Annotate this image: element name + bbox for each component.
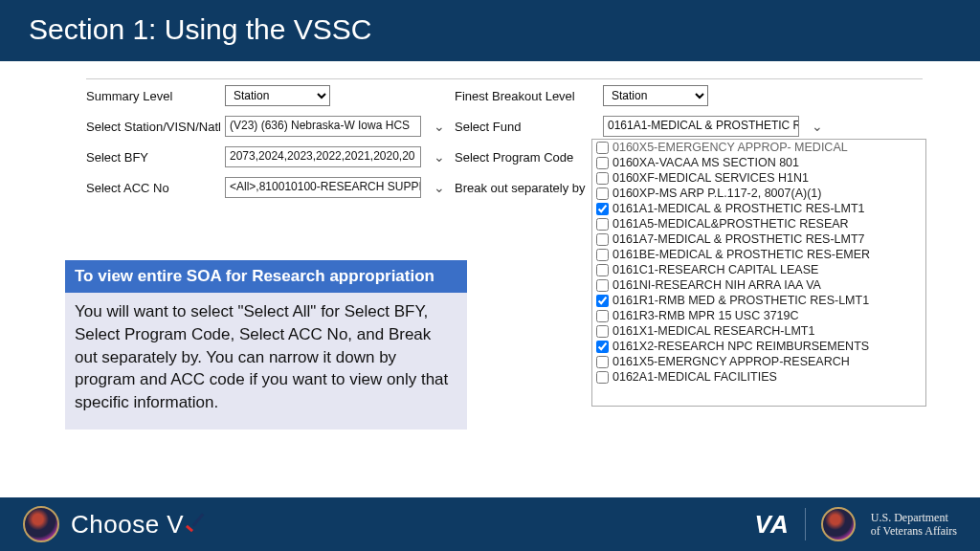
label-select-station: Select Station/VISN/Natl <box>86 120 225 134</box>
list-item[interactable]: 0161BE-MEDICAL & PROSTHETIC RES-EMER <box>592 247 925 262</box>
select-summary-level[interactable]: Station <box>225 85 330 106</box>
va-wordmark: VA <box>755 510 790 540</box>
list-item[interactable]: 0161X5-EMERGNCY APPROP-RESEARCH <box>592 354 925 369</box>
fund-checkbox[interactable] <box>596 371 609 384</box>
fund-label: 0161X2-RESEARCH NPC REIMBURSEMENTS <box>612 340 869 353</box>
label-finest-breakout: Finest Breakout Level <box>455 89 603 103</box>
fund-listbox[interactable]: 0160X5-EMERGENCY APPROP- MEDICAL0160XA-V… <box>591 139 926 407</box>
dept-line2: of Veterans Affairs <box>871 524 957 538</box>
fund-label: 0161BE-MEDICAL & PROSTHETIC RES-EMER <box>612 248 870 261</box>
divider <box>86 78 923 79</box>
fund-checkbox[interactable] <box>596 172 609 185</box>
list-item[interactable]: 0160XP-MS ARP P.L.117-2, 8007(A)(1) <box>592 186 925 201</box>
list-item[interactable]: 0161X1-MEDICAL RESEARCH-LMT1 <box>592 323 925 339</box>
fund-checkbox[interactable] <box>596 233 609 246</box>
fund-label: 0161NI-RESEARCH NIH ARRA IAA VA <box>612 278 821 292</box>
fund-checkbox[interactable] <box>596 203 609 215</box>
fund-checkbox[interactable] <box>596 249 609 261</box>
fund-label: 0160XP-MS ARP P.L.117-2, 8007(A)(1) <box>612 187 821 200</box>
fund-checkbox[interactable] <box>596 325 609 338</box>
chevron-down-icon[interactable]: ⌄ <box>804 119 833 134</box>
choose-text: Choose <box>71 510 160 539</box>
label-select-bfy: Select BFY <box>86 150 225 165</box>
input-select-station[interactable]: (V23) (636) Nebraska-W Iowa HCS <box>225 116 421 137</box>
list-item[interactable]: 0160X5-EMERGENCY APPROP- MEDICAL <box>592 140 925 155</box>
fund-checkbox[interactable] <box>596 295 609 307</box>
fund-label: 0161C1-RESEARCH CAPITAL LEASE <box>612 263 818 276</box>
fund-checkbox[interactable] <box>596 356 609 368</box>
chevron-down-icon[interactable]: ⌄ <box>426 119 455 134</box>
list-item[interactable]: 0161R3-RMB MPR 15 USC 3719C <box>592 308 925 323</box>
list-item[interactable]: 0161X2-RESEARCH NPC REIMBURSEMENTS <box>592 339 925 354</box>
fund-label: 0161R1-RMB MED & PROSTHETIC RES-LMT1 <box>612 294 869 307</box>
list-item[interactable]: 0162A1-MEDICAL FACILITIES <box>592 369 925 385</box>
callout-box: To view entire SOA for Research appropri… <box>65 260 467 430</box>
fund-label: 0161R3-RMB MPR 15 USC 3719C <box>612 309 799 322</box>
fund-label: 0161A7-MEDICAL & PROSTHETIC RES-LMT7 <box>612 232 865 246</box>
chevron-down-icon[interactable]: ⌄ <box>426 149 455 165</box>
list-item[interactable]: 0161C1-RESEARCH CAPITAL LEASE <box>592 262 925 277</box>
list-item[interactable]: 0161A5-MEDICAL&PROSTHETIC RESEAR <box>592 216 925 231</box>
list-item[interactable]: 0161A7-MEDICAL & PROSTHETIC RES-LMT7 <box>592 231 925 247</box>
va-seal-icon <box>821 507 856 541</box>
fund-label: 0160X5-EMERGENCY APPROP- MEDICAL <box>612 141 848 154</box>
fund-checkbox[interactable] <box>596 264 609 276</box>
footer-right: VA U.S. Department of Veterans Affairs <box>755 507 957 541</box>
list-item[interactable]: 0161A1-MEDICAL & PROSTHETIC RES-LMT1 <box>592 201 925 216</box>
label-select-acc: Select ACC No <box>86 181 225 195</box>
list-item[interactable]: 0161R1-RMB MED & PROSTHETIC RES-LMT1 <box>592 293 925 308</box>
callout-heading: To view entire SOA for Research appropri… <box>65 260 467 293</box>
fund-label: 0161X5-EMERGNCY APPROP-RESEARCH <box>612 355 850 368</box>
slide-title: Section 1: Using the VSSC <box>0 0 980 61</box>
footer-bar: Choose V VA U.S. Department of Veterans … <box>0 497 980 551</box>
fund-label: 0162A1-MEDICAL FACILITIES <box>612 370 777 384</box>
fund-checkbox[interactable] <box>596 142 609 154</box>
label-breakout-by: Break out separately by <box>455 181 603 195</box>
label-summary-level: Summary Level <box>86 89 225 103</box>
list-item[interactable]: 0160XA-VACAA MS SECTION 801 <box>592 155 925 170</box>
fund-checkbox[interactable] <box>596 341 609 353</box>
fund-label: 0161A1-MEDICAL & PROSTHETIC RES-LMT1 <box>612 202 865 215</box>
fund-label: 0161A5-MEDICAL&PROSTHETIC RESEAR <box>612 217 849 231</box>
fund-label: 0160XF-MEDICAL SERVICES H1N1 <box>612 171 809 185</box>
input-select-fund[interactable]: 0161A1-MEDICAL & PROSTHETIC R <box>603 116 799 137</box>
label-select-program-code: Select Program Code <box>455 150 603 165</box>
label-select-fund: Select Fund <box>455 120 603 134</box>
input-select-bfy[interactable]: 2073,2024,2023,2022,2021,2020,20 <box>225 146 421 167</box>
dept-text: U.S. Department of Veterans Affairs <box>871 511 957 539</box>
choose-v: V <box>167 510 184 539</box>
select-finest-breakout[interactable]: Station <box>603 85 708 106</box>
fund-label: 0160XA-VACAA MS SECTION 801 <box>612 156 799 169</box>
fund-checkbox[interactable] <box>596 187 609 200</box>
chevron-down-icon[interactable]: ⌄ <box>426 180 455 195</box>
fund-label: 0161X1-MEDICAL RESEARCH-LMT1 <box>612 324 814 338</box>
fund-checkbox[interactable] <box>596 279 609 292</box>
callout-body: You will want to select "Select All" for… <box>65 293 467 430</box>
separator <box>805 508 806 540</box>
list-item[interactable]: 0161NI-RESEARCH NIH ARRA IAA VA <box>592 277 925 293</box>
fund-checkbox[interactable] <box>596 157 609 169</box>
list-item[interactable]: 0160XF-MEDICAL SERVICES H1N1 <box>592 170 925 186</box>
choose-va-logo: Choose V <box>71 510 207 540</box>
dept-line1: U.S. Department <box>871 511 957 524</box>
input-select-acc[interactable]: <All>,810010100-RESEARCH SUPPI <box>225 177 421 198</box>
fund-checkbox[interactable] <box>596 310 609 322</box>
checkmark-icon <box>186 518 207 535</box>
fund-checkbox[interactable] <box>596 218 609 231</box>
va-seal-icon <box>23 506 59 542</box>
